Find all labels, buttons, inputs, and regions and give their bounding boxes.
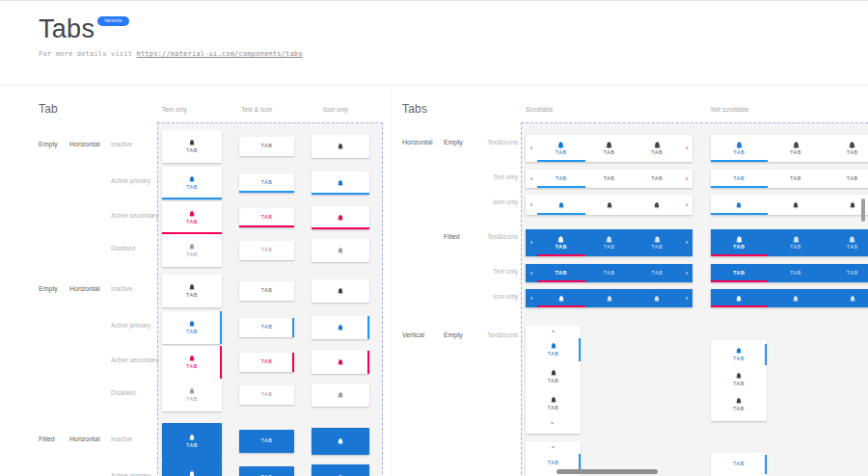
scroll-up-icon[interactable]: ‹ — [552, 326, 555, 336]
tab-card[interactable]: TAB — [162, 275, 222, 307]
tabs-bar-scrollable[interactable]: ‹TABTABTAB› — [526, 170, 692, 188]
tab-item[interactable] — [537, 289, 585, 307]
docs-link[interactable]: https://material-ui.com/components/tabs — [137, 50, 303, 58]
tab-card[interactable]: TAB — [162, 167, 222, 199]
tab-item[interactable] — [585, 289, 634, 307]
vertical-tabs-card-fixed[interactable]: TABTABTAB — [711, 340, 767, 421]
tabs-bar-scrollable[interactable]: ‹› — [526, 195, 692, 215]
tab-card[interactable]: TAB — [239, 281, 294, 301]
tab-item[interactable]: TAB — [768, 264, 825, 282]
scroll-prev-icon[interactable]: ‹ — [526, 135, 537, 162]
tab-item[interactable]: TAB — [824, 264, 868, 282]
tabs-bar-scrollable[interactable]: ‹› — [526, 289, 692, 307]
tab-card[interactable]: TAB — [162, 379, 222, 411]
tab-card[interactable]: TAB — [239, 318, 294, 337]
tab-card[interactable]: TAB — [239, 385, 294, 405]
tab-item[interactable]: TAB — [633, 229, 681, 256]
tab-item[interactable] — [711, 289, 768, 307]
tab-item[interactable]: TAB — [711, 170, 768, 188]
tab-card[interactable] — [312, 316, 369, 339]
tab-item[interactable]: TAB — [633, 170, 681, 188]
tab-item[interactable] — [768, 289, 825, 307]
scroll-next-icon[interactable]: › — [681, 264, 692, 282]
scroll-prev-icon[interactable]: ‹ — [526, 264, 537, 282]
tab-item[interactable]: TAB — [711, 342, 767, 367]
tab-card[interactable] — [312, 135, 369, 158]
tab-card[interactable] — [312, 428, 369, 455]
tabs-bar-fixed[interactable]: TABTABTAB — [711, 229, 868, 256]
tab-card[interactable]: TAB — [162, 201, 222, 234]
tab-card[interactable] — [312, 351, 369, 374]
tab-item[interactable]: TAB — [585, 135, 634, 162]
tab-card[interactable]: TAB — [162, 130, 222, 163]
tab-card[interactable]: TAB — [239, 466, 294, 476]
tab-card[interactable]: TAB — [162, 346, 222, 379]
tab-item[interactable]: TAB — [824, 135, 868, 162]
tab-item[interactable]: TAB — [711, 453, 767, 476]
tab-item[interactable]: TAB — [585, 170, 634, 188]
tab-item[interactable]: TAB — [711, 392, 767, 417]
scroll-next-icon[interactable]: › — [681, 195, 692, 215]
tab-item[interactable]: TAB — [768, 170, 825, 188]
tab-item[interactable]: TAB — [633, 264, 681, 282]
tab-card[interactable]: TAB — [239, 430, 294, 453]
tab-item[interactable]: TAB — [824, 229, 868, 256]
tab-item[interactable]: TAB — [537, 135, 585, 162]
tabs-bar-scrollable[interactable]: ‹TABTABTAB› — [526, 229, 692, 256]
tab-item[interactable]: TAB — [537, 264, 585, 282]
tab-item[interactable] — [537, 195, 585, 215]
tab-card[interactable]: TAB — [162, 234, 222, 267]
tab-card[interactable]: TAB — [162, 423, 222, 460]
tab-item[interactable]: TAB — [824, 170, 868, 188]
tabs-bar-fixed[interactable]: TABTABTAB — [711, 170, 868, 188]
scroll-prev-icon[interactable]: ‹ — [526, 289, 537, 307]
scroll-down-icon[interactable]: ‹ — [552, 417, 555, 428]
tab-item[interactable] — [824, 289, 868, 307]
tabs-bar-fixed[interactable]: TABTABTAB — [711, 264, 868, 282]
tab-card[interactable]: TAB — [239, 208, 294, 227]
tab-card[interactable] — [312, 383, 369, 407]
tabs-bar-fixed[interactable] — [711, 195, 868, 215]
scroll-next-icon[interactable]: › — [681, 229, 692, 256]
scroll-next-icon[interactable]: › — [681, 289, 692, 307]
tabs-bar-scrollable[interactable]: ‹TABTABTAB› — [526, 135, 692, 162]
tab-item[interactable] — [711, 195, 768, 215]
tab-item[interactable] — [585, 195, 634, 215]
tab-card[interactable] — [312, 239, 369, 262]
vertical-tabs-card-fixed[interactable]: TAB — [711, 453, 767, 476]
tab-item[interactable]: TAB — [768, 229, 825, 256]
tab-card[interactable]: TAB — [239, 173, 294, 193]
tab-item[interactable]: TAB — [526, 390, 581, 417]
tab-item[interactable]: TAB — [537, 170, 585, 188]
tab-item[interactable] — [633, 195, 681, 215]
tabs-bar-fixed[interactable] — [711, 289, 868, 307]
scroll-prev-icon[interactable]: ‹ — [526, 170, 537, 188]
tab-item[interactable]: TAB — [711, 135, 768, 162]
tab-card[interactable] — [312, 464, 369, 476]
tab-item[interactable] — [768, 195, 825, 215]
tab-item[interactable]: TAB — [537, 229, 585, 256]
scroll-up-icon[interactable]: ‹ — [552, 441, 555, 452]
scroll-next-icon[interactable]: › — [681, 170, 692, 188]
tab-item[interactable]: TAB — [711, 229, 768, 256]
tabs-bar-fixed[interactable]: TABTABTAB — [711, 135, 868, 162]
tab-item[interactable] — [633, 289, 681, 307]
horizontal-scrollbar-thumb[interactable] — [556, 469, 658, 474]
tab-card[interactable] — [312, 279, 369, 303]
tab-item[interactable]: TAB — [768, 135, 825, 162]
tab-card[interactable]: TAB — [239, 241, 294, 260]
tab-card[interactable] — [312, 206, 369, 229]
tab-item[interactable]: TAB — [526, 336, 581, 363]
tab-item[interactable]: TAB — [585, 229, 634, 256]
tab-card[interactable] — [312, 172, 369, 195]
tab-card[interactable]: TAB — [239, 137, 294, 156]
scroll-prev-icon[interactable]: ‹ — [526, 229, 537, 256]
scroll-prev-icon[interactable]: ‹ — [526, 195, 537, 215]
tab-item[interactable]: TAB — [711, 367, 767, 392]
tab-item[interactable]: TAB — [585, 264, 634, 282]
tab-card[interactable]: TAB — [239, 353, 294, 372]
tab-card[interactable]: TAB — [162, 460, 222, 476]
tab-item[interactable]: TAB — [711, 264, 768, 282]
tab-item[interactable]: TAB — [526, 363, 581, 390]
tabs-bar-scrollable[interactable]: ‹TABTABTAB› — [526, 264, 692, 282]
